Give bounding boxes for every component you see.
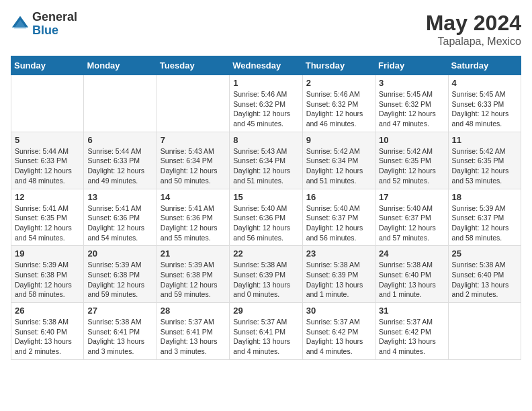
sunset-text: Sunset: 6:41 PM <box>87 328 140 336</box>
day-number: 16 <box>306 192 371 202</box>
daylight-text: Daylight: 12 hours and 54 minutes. <box>15 224 72 242</box>
cell-content: Sunrise: 5:46 AMSunset: 6:32 PMDaylight:… <box>306 89 371 129</box>
calendar-table: Sunday Monday Tuesday Wednesday Thursday… <box>11 56 521 360</box>
cell-content: Sunrise: 5:43 AMSunset: 6:34 PMDaylight:… <box>233 146 298 186</box>
cell-content: Sunrise: 5:38 AMSunset: 6:39 PMDaylight:… <box>233 260 298 300</box>
day-number: 7 <box>161 135 226 145</box>
cell-content: Sunrise: 5:40 AMSunset: 6:36 PMDaylight:… <box>233 203 298 243</box>
sunrise-text: Sunrise: 5:42 AM <box>306 147 360 155</box>
cell-content: Sunrise: 5:44 AMSunset: 6:33 PMDaylight:… <box>87 146 152 186</box>
day-number: 14 <box>161 192 226 202</box>
calendar-week-0: 1Sunrise: 5:46 AMSunset: 6:32 PMDaylight… <box>11 75 521 132</box>
sunrise-text: Sunrise: 5:38 AM <box>452 261 506 269</box>
calendar-cell: 22Sunrise: 5:38 AMSunset: 6:39 PMDayligh… <box>230 246 302 303</box>
day-number: 20 <box>87 248 152 259</box>
cell-content: Sunrise: 5:39 AMSunset: 6:37 PMDaylight:… <box>452 203 517 243</box>
sunrise-text: Sunrise: 5:38 AM <box>379 261 433 269</box>
cell-content: Sunrise: 5:40 AMSunset: 6:37 PMDaylight:… <box>306 203 371 243</box>
calendar-cell: 28Sunrise: 5:37 AMSunset: 6:41 PMDayligh… <box>157 303 229 360</box>
sunrise-text: Sunrise: 5:41 AM <box>15 204 69 212</box>
cell-content: Sunrise: 5:37 AMSunset: 6:42 PMDaylight:… <box>306 317 371 357</box>
sunset-text: Sunset: 6:37 PM <box>306 214 359 222</box>
day-number: 9 <box>306 135 371 145</box>
daylight-text: Daylight: 12 hours and 56 minutes. <box>306 224 363 242</box>
sunset-text: Sunset: 6:40 PM <box>15 328 67 336</box>
sunrise-text: Sunrise: 5:44 AM <box>15 147 69 155</box>
cell-content: Sunrise: 5:41 AMSunset: 6:36 PMDaylight:… <box>161 203 226 243</box>
daylight-text: Daylight: 13 hours and 3 minutes. <box>161 337 218 355</box>
cell-content: Sunrise: 5:44 AMSunset: 6:33 PMDaylight:… <box>15 146 80 186</box>
calendar-header-row: Sunday Monday Tuesday Wednesday Thursday… <box>11 56 521 75</box>
sunset-text: Sunset: 6:33 PM <box>15 156 67 165</box>
sunset-text: Sunset: 6:37 PM <box>379 214 431 222</box>
sunset-text: Sunset: 6:35 PM <box>379 156 431 165</box>
sunrise-text: Sunrise: 5:38 AM <box>87 318 141 326</box>
day-number: 15 <box>233 192 298 202</box>
calendar-cell <box>11 75 84 132</box>
sunset-text: Sunset: 6:42 PM <box>306 328 359 336</box>
sunset-text: Sunset: 6:39 PM <box>233 271 285 279</box>
calendar-cell: 5Sunrise: 5:44 AMSunset: 6:33 PMDaylight… <box>11 132 84 189</box>
col-friday: Friday <box>375 56 448 75</box>
sunset-text: Sunset: 6:34 PM <box>161 156 213 165</box>
calendar-week-4: 26Sunrise: 5:38 AMSunset: 6:40 PMDayligh… <box>11 303 521 360</box>
calendar-week-1: 5Sunrise: 5:44 AMSunset: 6:33 PMDaylight… <box>11 132 521 189</box>
sunrise-text: Sunrise: 5:40 AM <box>233 204 287 212</box>
day-number: 26 <box>15 306 80 316</box>
daylight-text: Daylight: 12 hours and 55 minutes. <box>161 224 218 242</box>
cell-content: Sunrise: 5:42 AMSunset: 6:34 PMDaylight:… <box>306 146 371 186</box>
day-number: 8 <box>233 135 298 145</box>
sunset-text: Sunset: 6:40 PM <box>379 271 431 279</box>
cell-content: Sunrise: 5:46 AMSunset: 6:32 PMDaylight:… <box>233 89 298 129</box>
logo-text: General Blue <box>32 11 77 38</box>
sunrise-text: Sunrise: 5:39 AM <box>452 204 506 212</box>
day-number: 27 <box>87 306 152 316</box>
logo-general: General <box>32 11 77 24</box>
sunset-text: Sunset: 6:33 PM <box>452 100 504 108</box>
sunrise-text: Sunrise: 5:42 AM <box>452 147 506 155</box>
sunrise-text: Sunrise: 5:38 AM <box>15 318 69 326</box>
col-tuesday: Tuesday <box>157 56 229 75</box>
day-number: 4 <box>452 78 517 88</box>
calendar-cell <box>157 75 229 132</box>
daylight-text: Daylight: 12 hours and 58 minutes. <box>452 224 509 242</box>
cell-content: Sunrise: 5:40 AMSunset: 6:37 PMDaylight:… <box>379 203 444 243</box>
daylight-text: Daylight: 12 hours and 58 minutes. <box>15 281 72 299</box>
calendar-cell: 27Sunrise: 5:38 AMSunset: 6:41 PMDayligh… <box>84 303 157 360</box>
sunrise-text: Sunrise: 5:43 AM <box>161 147 214 155</box>
calendar-cell: 10Sunrise: 5:42 AMSunset: 6:35 PMDayligh… <box>375 132 448 189</box>
col-thursday: Thursday <box>302 56 375 75</box>
daylight-text: Daylight: 13 hours and 2 minutes. <box>452 281 509 299</box>
sunrise-text: Sunrise: 5:40 AM <box>379 204 433 212</box>
cell-content: Sunrise: 5:38 AMSunset: 6:40 PMDaylight:… <box>452 260 517 300</box>
daylight-text: Daylight: 12 hours and 48 minutes. <box>15 167 72 185</box>
sunset-text: Sunset: 6:38 PM <box>15 271 67 279</box>
sunset-text: Sunset: 6:39 PM <box>306 271 359 279</box>
calendar-cell: 25Sunrise: 5:38 AMSunset: 6:40 PMDayligh… <box>448 246 521 303</box>
sunset-text: Sunset: 6:40 PM <box>452 271 504 279</box>
sunset-text: Sunset: 6:42 PM <box>379 328 431 336</box>
calendar-cell: 30Sunrise: 5:37 AMSunset: 6:42 PMDayligh… <box>302 303 375 360</box>
sunset-text: Sunset: 6:37 PM <box>452 214 504 222</box>
daylight-text: Daylight: 13 hours and 4 minutes. <box>306 337 363 355</box>
calendar-cell: 7Sunrise: 5:43 AMSunset: 6:34 PMDaylight… <box>157 132 229 189</box>
calendar-cell: 15Sunrise: 5:40 AMSunset: 6:36 PMDayligh… <box>230 189 302 246</box>
sunset-text: Sunset: 6:38 PM <box>87 271 140 279</box>
calendar-cell: 20Sunrise: 5:39 AMSunset: 6:38 PMDayligh… <box>84 246 157 303</box>
cell-content: Sunrise: 5:41 AMSunset: 6:35 PMDaylight:… <box>15 203 80 243</box>
calendar-cell: 26Sunrise: 5:38 AMSunset: 6:40 PMDayligh… <box>11 303 84 360</box>
calendar-cell: 9Sunrise: 5:42 AMSunset: 6:34 PMDaylight… <box>302 132 375 189</box>
col-sunday: Sunday <box>11 56 84 75</box>
day-number: 17 <box>379 192 444 202</box>
calendar-cell: 23Sunrise: 5:38 AMSunset: 6:39 PMDayligh… <box>302 246 375 303</box>
calendar-cell: 13Sunrise: 5:41 AMSunset: 6:36 PMDayligh… <box>84 189 157 246</box>
sunrise-text: Sunrise: 5:46 AM <box>306 90 360 98</box>
sunset-text: Sunset: 6:41 PM <box>233 328 285 336</box>
calendar-cell: 4Sunrise: 5:45 AMSunset: 6:33 PMDaylight… <box>448 75 521 132</box>
calendar-cell: 8Sunrise: 5:43 AMSunset: 6:34 PMDaylight… <box>230 132 302 189</box>
logo-icon <box>11 15 30 34</box>
calendar-cell: 18Sunrise: 5:39 AMSunset: 6:37 PMDayligh… <box>448 189 521 246</box>
calendar-cell: 29Sunrise: 5:37 AMSunset: 6:41 PMDayligh… <box>230 303 302 360</box>
cell-content: Sunrise: 5:38 AMSunset: 6:40 PMDaylight:… <box>379 260 444 300</box>
cell-content: Sunrise: 5:41 AMSunset: 6:36 PMDaylight:… <box>87 203 152 243</box>
